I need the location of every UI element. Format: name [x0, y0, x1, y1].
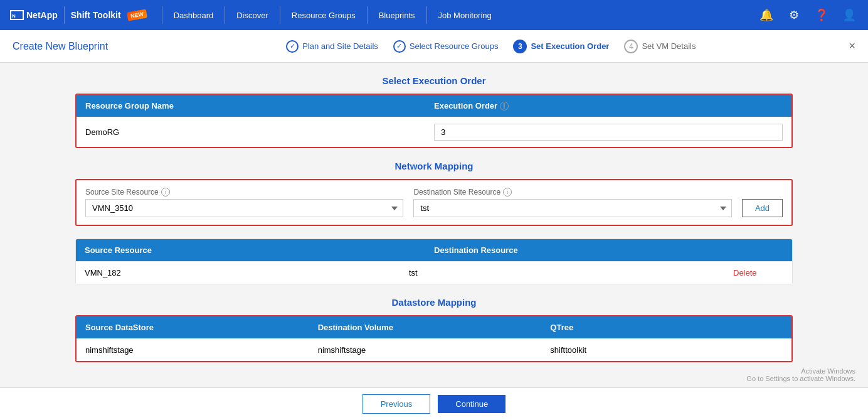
step-3-label: Set Execution Order — [531, 41, 609, 51]
add-network-mapping-button[interactable]: Add — [742, 199, 783, 217]
execution-order-row: DemoRG — [77, 117, 791, 147]
nav-resource-groups[interactable]: Resource Groups — [283, 0, 364, 30]
network-mapping-section: Network Mapping Source Site Resource i V… — [75, 161, 793, 226]
source-datastore-value: nimshiftstage — [85, 345, 318, 355]
activate-windows-line1: Activate Windows — [746, 367, 855, 375]
activate-windows-line2: Go to Settings to activate Windows. — [746, 375, 855, 382]
wizard-steps: ✓ Plan and Site Details ✓ Select Resourc… — [133, 40, 849, 53]
source-resource-value: VMN_182 — [85, 268, 409, 277]
wizard-step-3[interactable]: 3 Set Execution Order — [513, 40, 609, 53]
execution-order-table: Resource Group Name Execution Order i De… — [75, 94, 793, 148]
header-execution-order: Execution Order i — [434, 101, 783, 110]
nav-sep-4 — [280, 6, 280, 24]
source-site-select[interactable]: VMN_3510 — [85, 199, 403, 217]
nav-separator-2 — [162, 6, 162, 24]
header-dest-resource: Destination Resource — [434, 245, 783, 255]
dest-volume-value: nimshiftstage — [318, 345, 551, 355]
execution-order-input[interactable] — [434, 124, 783, 141]
nav-discover[interactable]: Discover — [228, 0, 277, 30]
netapp-logo: N NetApp — [10, 10, 58, 20]
source-dest-header: Source Resource Destination Resource — [76, 239, 792, 261]
nav-job-monitoring[interactable]: Job Monitoring — [430, 0, 500, 30]
brand-area: N NetApp Shift Toolkit NEW — [10, 6, 147, 24]
svg-text:N: N — [12, 13, 16, 19]
main-content: Select Execution Order Resource Group Na… — [0, 63, 868, 387]
datastore-mapping-table: Source DataStore Destination Volume QTre… — [75, 315, 793, 362]
destination-site-label: Destination Site Resource i — [413, 188, 731, 197]
wizard-step-4[interactable]: 4 Set VM Details — [624, 40, 696, 53]
destination-info-icon[interactable]: i — [503, 188, 512, 197]
step-2-label: Select Resource Groups — [410, 41, 499, 51]
toolkit-badge: NEW — [127, 9, 147, 21]
wizard-title: Create New Blueprint — [13, 41, 108, 52]
datastore-mapping-title: Datastore Mapping — [75, 297, 793, 308]
nav-dashboard[interactable]: Dashboard — [165, 0, 223, 30]
network-mapping-title: Network Mapping — [75, 161, 793, 171]
delete-mapping-link[interactable]: Delete — [733, 268, 783, 277]
source-dest-table: Source Resource Destination Resource VMN… — [75, 239, 793, 284]
step-4-num: 4 — [624, 40, 638, 53]
activate-windows-watermark: Activate Windows Go to Settings to activ… — [746, 367, 855, 382]
source-site-field: Source Site Resource i VMN_3510 — [85, 188, 403, 217]
wizard-step-2[interactable]: ✓ Select Resource Groups — [393, 40, 499, 53]
nav-right-icons: 🔔 ⚙ ❓ 👤 — [758, 6, 858, 24]
source-site-label: Source Site Resource i — [85, 188, 403, 197]
source-dest-row: VMN_182 tst Delete — [76, 261, 792, 284]
netapp-label: NetApp — [26, 10, 58, 20]
execution-order-header: Resource Group Name Execution Order i — [77, 95, 791, 117]
wizard-header: Create New Blueprint ✓ Plan and Site Det… — [0, 30, 868, 63]
destination-site-select[interactable]: tst — [413, 199, 731, 217]
help-icon[interactable]: ❓ — [813, 6, 830, 24]
nav-separator — [64, 6, 65, 24]
header-source-datastore: Source DataStore — [85, 323, 318, 332]
netapp-logo-icon: N — [10, 10, 24, 20]
shift-toolkit-label: Shift Toolkit — [71, 10, 121, 20]
destination-site-field: Destination Site Resource i tst — [413, 188, 731, 217]
source-info-icon[interactable]: i — [161, 188, 170, 197]
nav-sep-6 — [426, 6, 427, 24]
datastore-row: nimshiftstage nimshiftstage shifttoolkit — [77, 338, 791, 361]
header-dest-volume: Destination Volume — [318, 323, 551, 332]
nav-sep-5 — [367, 6, 368, 24]
resource-group-name: DemoRG — [85, 127, 434, 137]
qtree-value: shifttoolkit — [550, 345, 783, 355]
step-3-num: 3 — [513, 40, 527, 53]
header-resource-group: Resource Group Name — [85, 101, 434, 110]
header-qtree: QTree — [550, 323, 783, 332]
nav-sep-3 — [225, 6, 225, 24]
execution-order-title: Select Execution Order — [75, 75, 793, 86]
step-1-check: ✓ — [286, 40, 299, 53]
nav-blueprints[interactable]: Blueprints — [370, 0, 424, 30]
step-4-label: Set VM Details — [642, 41, 696, 51]
wizard-step-1[interactable]: ✓ Plan and Site Details — [286, 40, 378, 53]
destination-resource-value: tst — [409, 268, 733, 277]
top-navigation: N NetApp Shift Toolkit NEW Dashboard Dis… — [0, 0, 868, 30]
network-mapping-row: Source Site Resource i VMN_3510 Destinat… — [75, 179, 793, 226]
user-icon[interactable]: 👤 — [840, 6, 858, 24]
execution-order-info-icon[interactable]: i — [500, 102, 509, 110]
datastore-header: Source DataStore Destination Volume QTre… — [77, 316, 791, 338]
step-2-check: ✓ — [393, 40, 406, 53]
close-button[interactable]: × — [849, 40, 855, 53]
step-1-label: Plan and Site Details — [302, 41, 378, 51]
header-source-resource: Source Resource — [85, 245, 434, 255]
gear-icon[interactable]: ⚙ — [785, 6, 803, 24]
bell-icon[interactable]: 🔔 — [758, 6, 775, 24]
